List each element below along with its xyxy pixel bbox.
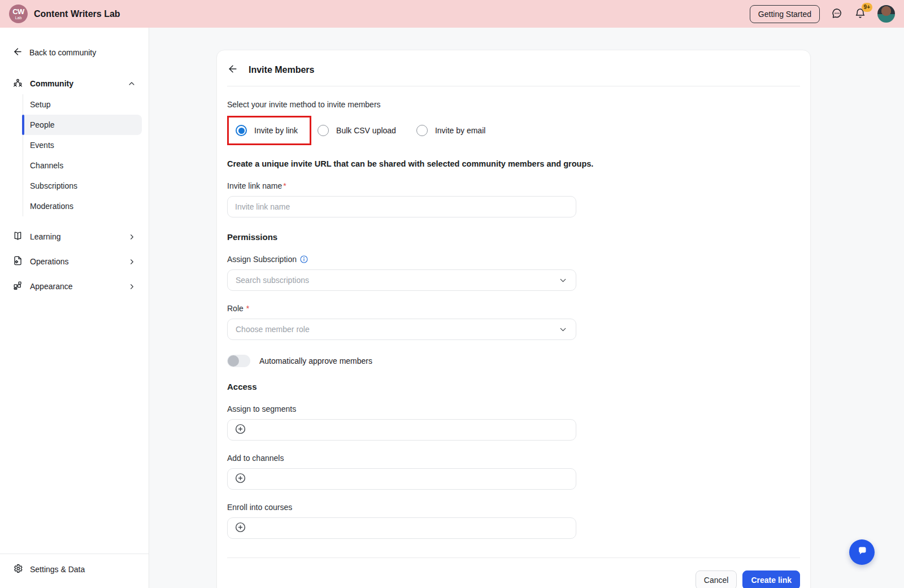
sidebar-item-label: Subscriptions [30,181,77,190]
book-icon [12,230,23,243]
radio-option-bulk-csv-upload[interactable]: Bulk CSV upload [318,125,396,136]
permissions-heading: Permissions [227,232,800,242]
sidebar-item-events[interactable]: Events [23,135,142,155]
radio-selected-icon [236,125,247,136]
page-title: Invite Members [249,65,314,75]
plus-circle-icon [234,423,246,437]
select-placeholder: Choose member role [236,325,310,334]
radio-unselected-icon [416,125,428,136]
sidebar-item-label: People [30,120,55,129]
assign-segments-input[interactable] [227,419,576,441]
operations-icon [12,255,23,268]
chevron-right-icon [128,233,136,241]
chevron-down-icon [558,276,568,285]
invite-members-card: Invite Members Select your invite method… [216,50,811,588]
chat-bubble-icon [855,545,869,560]
back-button[interactable] [227,63,238,76]
add-channels-input[interactable] [227,468,576,490]
plus-circle-icon [234,521,246,535]
avatar[interactable] [877,5,895,23]
invite-method-prompt: Select your invite method to invite memb… [227,100,800,109]
chat-widget-button[interactable] [849,539,875,565]
select-placeholder: Search subscriptions [236,276,309,285]
community-section-label: Community [30,79,73,88]
chevron-right-icon [128,282,136,291]
role-label: Role* [227,304,800,313]
main-content: Invite Members Select your invite method… [149,28,904,588]
notification-badge: 9+ [862,3,872,12]
community-icon [12,77,23,90]
invite-link-name-label: Invite link name* [227,181,800,190]
appearance-icon [12,280,23,293]
chevron-right-icon [128,258,136,266]
required-asterisk: * [283,181,286,190]
admin-sidebar: Back to community Community Setup People… [0,28,149,588]
enroll-courses-input[interactable] [227,517,576,539]
chat-bubble-icon [831,7,843,21]
sidebar-item-subscriptions[interactable]: Subscriptions [23,176,142,196]
sidebar-item-learning[interactable]: Learning [0,224,149,249]
sidebar-item-appearance[interactable]: Appearance [0,274,149,299]
invite-link-description: Create a unique invite URL that can be s… [227,159,800,168]
card-footer: Cancel Create link [227,557,800,588]
arrow-left-icon [12,46,23,59]
logo-text: CW [12,8,24,15]
sidebar-item-operations[interactable]: Operations [0,249,149,274]
nav-item-label: Learning [30,232,61,241]
sidebar-item-setup[interactable]: Setup [23,94,142,115]
logo-subtext: Lab [15,16,22,20]
back-to-community-label: Back to community [29,48,96,57]
sidebar-item-moderations[interactable]: Moderations [23,196,142,216]
radio-option-invite-by-link[interactable]: Invite by link [236,125,298,136]
sidebar-section-community[interactable]: Community [12,77,136,90]
cancel-button[interactable]: Cancel [696,570,737,588]
community-name: Content Writers Lab [34,9,120,19]
sidebar-item-label: Setup [30,100,51,109]
auto-approve-toggle[interactable] [227,355,250,367]
plus-circle-icon [234,472,246,486]
gear-icon [12,563,23,576]
community-subnav: Setup People Events Channels Subscriptio… [23,94,142,216]
card-header: Invite Members [227,50,800,86]
radio-unselected-icon [318,125,329,136]
radio-option-invite-by-email[interactable]: Invite by email [416,125,485,136]
messages-button[interactable] [831,7,843,21]
access-heading: Access [227,382,800,391]
radio-label: Invite by email [435,126,485,135]
getting-started-button[interactable]: Getting Started [750,5,820,23]
sidebar-item-label: Channels [30,161,63,170]
subscription-select[interactable]: Search subscriptions [227,269,576,291]
community-logo[interactable]: CW Lab [9,5,28,23]
chevron-down-icon [558,325,568,334]
annotation-highlight-box: Invite by link [227,116,311,145]
arrow-left-icon [227,63,238,76]
auto-approve-label: Automatically approve members [259,356,372,365]
role-select[interactable]: Choose member role [227,319,576,340]
required-asterisk: * [246,304,249,313]
toggle-knob [228,355,239,367]
sidebar-item-people[interactable]: People [23,115,142,135]
create-link-button[interactable]: Create link [742,570,800,588]
sidebar-item-label: Moderations [30,202,73,211]
notifications-button[interactable]: 9+ [854,7,866,21]
enroll-courses-label: Enroll into courses [227,503,800,512]
topbar: CW Lab Content Writers Lab Getting Start… [0,0,904,28]
sidebar-item-channels[interactable]: Channels [23,155,142,176]
nav-item-label: Appearance [30,282,73,291]
info-icon[interactable] [299,255,308,264]
chevron-up-icon [127,79,136,88]
assign-subscription-label: Assign Subscription [227,255,800,264]
radio-label: Bulk CSV upload [336,126,396,135]
nav-item-label: Operations [30,257,68,266]
settings-data-label: Settings & Data [30,565,85,574]
settings-data-link[interactable]: Settings & Data [0,554,149,588]
sidebar-item-label: Events [30,141,54,150]
assign-segments-label: Assign to segments [227,404,800,413]
invite-link-name-input[interactable] [227,196,576,217]
back-to-community-link[interactable]: Back to community [12,46,136,59]
invite-method-radio-group: Invite by link Bulk CSV upload Invite by… [227,116,800,145]
radio-label: Invite by link [254,126,298,135]
add-channels-label: Add to channels [227,454,800,463]
